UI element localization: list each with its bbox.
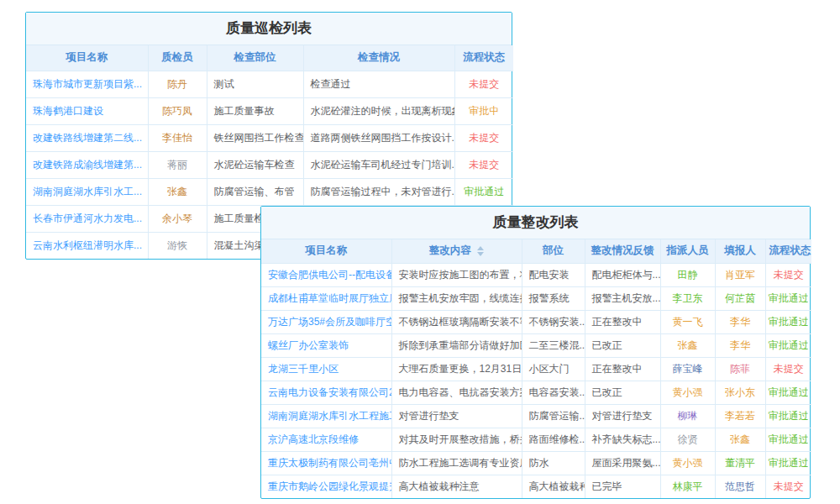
project-link[interactable]: 改建铁路线增建第二线... — [26, 124, 148, 151]
status-badge: 审批通过 — [765, 381, 811, 404]
project-link[interactable]: 龙湖三千里小区 — [261, 357, 391, 381]
project-link[interactable]: 改建铁路成渝线增建第... — [26, 151, 148, 178]
table-row: 湖南洞庭湖水库引水工... 张鑫 防腐管运输、布管 防腐管运输过程中，未对管进行… — [26, 178, 513, 205]
inspection-situation-cell: 道路两侧铁丝网围挡工作按设计... — [303, 124, 454, 151]
reporter-name: 李华 — [715, 333, 765, 357]
reporter-name: 李若若 — [715, 404, 765, 428]
project-link[interactable]: 湖南洞庭湖水库引水工程施工1... — [261, 404, 391, 428]
inspection-col-inspector: 质检员 — [148, 45, 207, 71]
inspection-part-cell: 水泥砼运输车检查 — [207, 151, 303, 178]
rectification-content-cell: 拆除到承重墙部分请做好加固... — [391, 333, 522, 357]
assignee-name: 黄小强 — [660, 381, 715, 404]
table-row: 万达广场35#会所及咖啡厅空... 不锈钢边框玻璃隔断安装不牢... 不锈钢安装… — [261, 310, 811, 333]
project-link[interactable]: 京沪高速北京段维修 — [261, 428, 391, 451]
reporter-name: 肖亚军 — [715, 263, 765, 286]
rectification-col-reporter: 填报人 — [715, 239, 765, 263]
rectification-part-cell: 防水 — [522, 451, 585, 475]
inspection-part-cell: 铁丝网围挡工作检查 — [207, 124, 303, 151]
status-badge: 审批通过 — [454, 178, 513, 205]
status-badge: 未提交 — [765, 357, 811, 381]
rectification-part-cell: 高大植被栽种 — [522, 475, 585, 498]
assignee-name: 薛宝峰 — [660, 357, 715, 381]
project-link[interactable]: 螺丝厂办公室装饰 — [261, 333, 391, 357]
table-row: 湖南洞庭湖水库引水工程施工1... 对管进行垫支 防腐管运输... 对管进行垫支… — [261, 404, 811, 428]
rectification-feedback-cell: 正在整改中 — [585, 310, 660, 333]
table-row: 成都杜甫草堂临时展厅独立展... 报警主机安放牢固，线缆连接... 报警系统 报… — [261, 286, 811, 310]
inspection-situation-cell: 水泥砼灌注的时候，出现离析现象 — [303, 97, 454, 124]
rectification-feedback-cell: 报警主机安放... — [585, 286, 660, 310]
assignee-name: 黄小强 — [660, 451, 715, 475]
assignee-name: 林康平 — [660, 475, 715, 498]
assignee-name: 张鑫 — [660, 333, 715, 357]
reporter-name: 何芷茵 — [715, 286, 765, 310]
rectification-content-cell: 不锈钢边框玻璃隔断安装不牢... — [391, 310, 522, 333]
sort-icon[interactable] — [477, 246, 484, 256]
table-row: 螺丝厂办公室装饰 拆除到承重墙部分请做好加固... 二至三楼混... 已改正 张… — [261, 333, 811, 357]
reporter-name: 张小东 — [715, 381, 765, 404]
project-link[interactable]: 珠海鹤港口建设 — [26, 97, 148, 124]
inspection-situation-cell: 水泥砼运输车司机经过专门培训... — [303, 151, 454, 178]
inspector-name: 陈巧凤 — [148, 97, 207, 124]
rectification-content-cell: 电力电容器、电抗器安装方案... — [391, 381, 522, 404]
inspection-col-project: 项目名称 — [26, 45, 148, 71]
rectification-part-cell: 配电安装 — [522, 263, 585, 286]
inspection-part-cell: 测试 — [207, 71, 303, 97]
inspector-name: 张鑫 — [148, 178, 207, 205]
rectification-part-cell: 路面维修检... — [522, 428, 585, 451]
inspection-col-status: 流程状态 — [454, 45, 513, 71]
rectification-table-title: 质量整改列表 — [261, 207, 810, 239]
status-badge: 审批通过 — [765, 310, 811, 333]
inspector-name: 余小琴 — [148, 205, 207, 232]
rectification-content-cell: 报警主机安放牢固，线缆连接... — [391, 286, 522, 310]
project-link[interactable]: 安徽合肥供电公司--配电设备... — [261, 263, 391, 286]
table-row: 云南电力设备安装有限公司20... 电力电容器、电抗器安装方案... 电容器安装… — [261, 381, 811, 404]
project-link[interactable]: 长春市伊通河水力发电... — [26, 205, 148, 232]
rectification-feedback-cell: 配电柜柜体与... — [585, 263, 660, 286]
rectification-feedback-cell: 正在整改中 — [585, 357, 660, 381]
rectification-content-cell: 对管进行垫支 — [391, 404, 522, 428]
table-row: 龙湖三千里小区 大理石质量更换，12月31日之... 小区大门 正在整改中 薛宝… — [261, 357, 811, 381]
rectification-part-cell: 二至三楼混... — [522, 333, 585, 357]
rectification-part-cell: 防腐管运输... — [522, 404, 585, 428]
rectification-col-content-label: 整改内容 — [429, 244, 471, 256]
table-row: 重庆市鹅岭公园绿化景观提升... 高大植被栽种注意 高大植被栽种 已完毕 林康平… — [261, 475, 811, 498]
rectification-col-feedback: 整改情况反馈 — [585, 239, 660, 263]
table-row: 珠海鹤港口建设 陈巧凤 施工质量事故 水泥砼灌注的时候，出现离析现象 审批中 — [26, 97, 513, 124]
rectification-col-content[interactable]: 整改内容 — [391, 239, 522, 263]
assignee-name: 田静 — [660, 263, 715, 286]
reporter-name: 范思哲 — [715, 475, 765, 498]
table-row: 京沪高速北京段维修 对其及时开展整改措施，桥头... 路面维修检... 补齐缺失… — [261, 428, 811, 451]
inspection-part-cell: 防腐管运输、布管 — [207, 178, 303, 205]
reporter-name: 李华 — [715, 310, 765, 333]
project-link[interactable]: 万达广场35#会所及咖啡厅空... — [261, 310, 391, 333]
status-badge: 审批中 — [454, 97, 513, 124]
rectification-feedback-cell: 已完毕 — [585, 475, 660, 498]
table-row: 改建铁路成渝线增建第... 蒋丽 水泥砼运输车检查 水泥砼运输车司机经过专门培训… — [26, 151, 513, 178]
project-link[interactable]: 云南水利枢纽潜明水库... — [26, 232, 148, 259]
project-link[interactable]: 湖南洞庭湖水库引水工... — [26, 178, 148, 205]
inspection-col-part: 检查部位 — [207, 45, 303, 71]
rectification-col-project: 项目名称 — [261, 239, 391, 263]
inspection-situation-cell: 防腐管运输过程中，未对管进行... — [303, 178, 454, 205]
project-link[interactable]: 成都杜甫草堂临时展厅独立展... — [261, 286, 391, 310]
rectification-part-cell: 电容器安装... — [522, 381, 585, 404]
assignee-name: 徐贤 — [660, 428, 715, 451]
rectification-content-cell: 防水工程施工选调有专业资质... — [391, 451, 522, 475]
project-link[interactable]: 珠海市城市更新项目紫... — [26, 71, 148, 97]
reporter-name: 董清平 — [715, 451, 765, 475]
table-row: 珠海市城市更新项目紫... 陈丹 测试 检查通过 未提交 — [26, 71, 513, 97]
assignee-name: 柳琳 — [660, 404, 715, 428]
rectification-feedback-cell: 补齐缺失标志... — [585, 428, 660, 451]
rectification-content-cell: 高大植被栽种注意 — [391, 475, 522, 498]
project-link[interactable]: 重庆太极制药有限公司亳州中... — [261, 451, 391, 475]
inspector-name: 蒋丽 — [148, 151, 207, 178]
table-row: 改建铁路线增建第二线... 李佳怡 铁丝网围挡工作检查 道路两侧铁丝网围挡工作按… — [26, 124, 513, 151]
rectification-content-cell: 大理石质量更换，12月31日之... — [391, 357, 522, 381]
rectification-header-row: 项目名称 整改内容 部位 整改情况反馈 指派人员 填报人 流程状态 — [261, 239, 811, 263]
inspector-name: 游恢 — [148, 232, 207, 259]
project-link[interactable]: 云南电力设备安装有限公司20... — [261, 381, 391, 404]
status-badge: 未提交 — [765, 475, 811, 498]
assignee-name: 黄一飞 — [660, 310, 715, 333]
project-link[interactable]: 重庆市鹅岭公园绿化景观提升... — [261, 475, 391, 498]
inspection-situation-cell: 检查通过 — [303, 71, 454, 97]
